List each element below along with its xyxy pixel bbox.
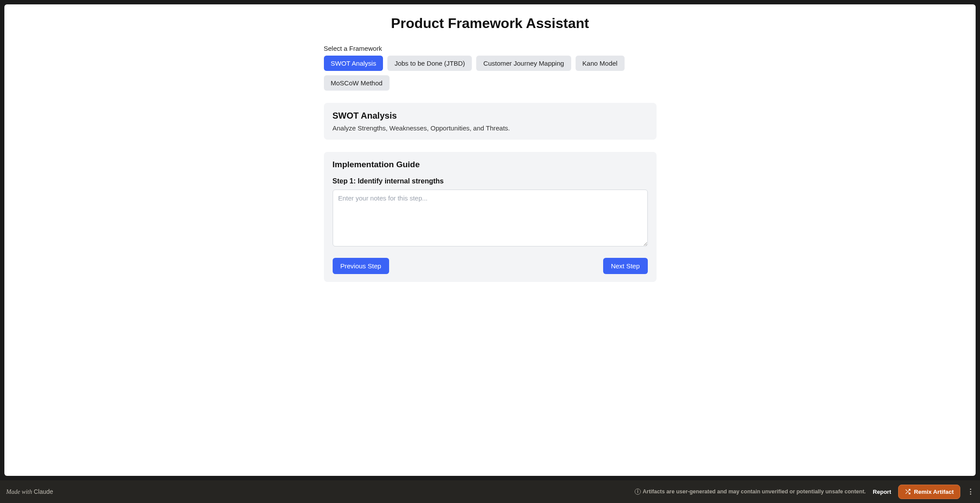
next-step-button[interactable]: Next Step	[603, 258, 648, 274]
framework-summary-description: Analyze Strengths, Weaknesses, Opportuni…	[333, 124, 648, 132]
guide-title: Implementation Guide	[333, 160, 648, 169]
made-with-claude[interactable]: Made with Claude	[6, 488, 53, 496]
more-vertical-icon	[970, 489, 971, 495]
framework-kano-button[interactable]: Kano Model	[576, 56, 625, 71]
main-content: Product Framework Assistant Select a Fra…	[4, 4, 976, 476]
framework-moscow-button[interactable]: MoSCoW Method	[324, 75, 390, 91]
disclaimer-label: Artifacts are user-generated and may con…	[643, 489, 866, 495]
remix-artifact-button[interactable]: Remix Artifact	[898, 485, 960, 499]
more-options-button[interactable]	[967, 486, 974, 497]
page-title: Product Framework Assistant	[18, 15, 962, 32]
svg-line-2	[906, 489, 907, 491]
report-button[interactable]: Report	[873, 489, 891, 495]
framework-button-group: SWOT Analysis Jobs to be Done (JTBD) Cus…	[324, 56, 657, 91]
framework-select-label: Select a Framework	[324, 45, 657, 52]
implementation-guide-card: Implementation Guide Step 1: Identify in…	[324, 152, 657, 282]
framework-summary-card: SWOT Analysis Analyze Strengths, Weaknes…	[324, 103, 657, 140]
made-with-prefix: Made with	[6, 489, 34, 495]
framework-swot-button[interactable]: SWOT Analysis	[324, 56, 383, 71]
framework-summary-title: SWOT Analysis	[333, 111, 648, 121]
info-icon: i	[635, 489, 641, 495]
remix-label: Remix Artifact	[914, 489, 954, 495]
disclaimer-text: i Artifacts are user-generated and may c…	[635, 489, 866, 495]
framework-jtbd-button[interactable]: Jobs to be Done (JTBD)	[387, 56, 472, 71]
step-notes-input[interactable]	[333, 190, 648, 246]
step-title: Step 1: Identify internal strengths	[333, 177, 648, 185]
framework-journey-button[interactable]: Customer Journey Mapping	[476, 56, 571, 71]
shuffle-icon	[905, 489, 911, 495]
made-with-brand: Claude	[34, 488, 53, 495]
footer-bar: Made with Claude i Artifacts are user-ge…	[0, 480, 980, 503]
previous-step-button[interactable]: Previous Step	[333, 258, 389, 274]
